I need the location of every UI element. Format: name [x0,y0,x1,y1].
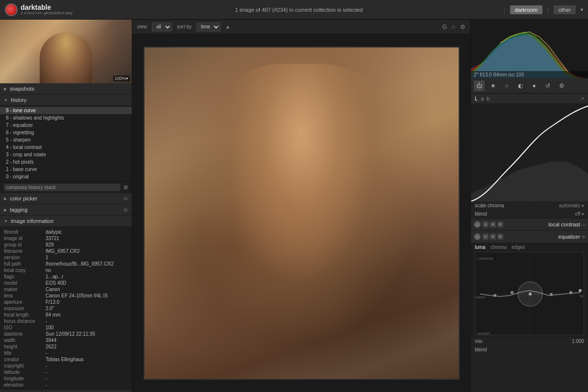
history-item[interactable]: 4 - local contrast [0,144,132,151]
history-item[interactable]: 1 - base curve [0,166,132,173]
view-select[interactable]: all [152,23,172,31]
info-value: Canon EF 24-105mm f/4L IS [46,293,128,298]
view-label: view [137,24,147,29]
image-info-header[interactable]: ▼ image information [0,216,132,227]
star-icon[interactable]: ☆ [451,24,456,30]
history-item[interactable]: 7 - equalizer [0,122,132,129]
compress-icon[interactable]: ⊞ [123,184,128,191]
eq-chart[interactable]: contrasty smooth coarse fine [475,252,584,335]
star-module-icon[interactable]: ★ [488,80,498,91]
history-item[interactable]: 9 - tone curve [0,107,132,114]
info-label: version [4,255,46,260]
equalizer-icon3[interactable]: ⊞ [497,234,503,240]
tone-curve-svg [471,103,588,201]
full-circle-icon[interactable]: ● [529,80,539,91]
history-item[interactable]: 5 - sharpen [0,136,132,144]
eq-footer: mix 1.000 [471,337,588,345]
g-rating-icon[interactable]: G [442,24,447,30]
info-row: focal length84 mm [0,312,132,318]
settings-icon[interactable]: ⚙ [556,80,567,91]
color-picker-section[interactable]: ▶ color picker ⚙ [0,193,132,204]
equalizer-icon2[interactable]: ⊕ [490,234,496,240]
circle-icon[interactable]: ○ [501,80,512,91]
local-contrast-toggle[interactable]: ⏻ [474,221,481,228]
eq-blend-row: blend [471,345,588,354]
curve-tab-a[interactable]: a [481,96,484,101]
curve-tab-b[interactable]: b [487,96,490,101]
info-label: filename [4,248,46,254]
equalizer-icon1[interactable]: ◎ [483,234,489,240]
eq-tab-edges[interactable]: edges [512,245,525,250]
eq-tabs: luma chroma edges [475,245,584,250]
svg-point-20 [569,291,572,294]
local-contrast-icon3[interactable]: ⊞ [497,221,503,227]
local-contrast-icon1[interactable]: ◎ [483,221,489,227]
half-circle-icon[interactable]: ◐ [515,80,526,91]
logo-area: darktable 2.4.0rc2+15~g8c81fd8c6-dirty [5,3,137,16]
sort-direction-arrow[interactable]: ▲ [225,24,230,29]
local-contrast-header-icons: ◎ ⊕ ⊞ [483,221,503,227]
tagging-section[interactable]: ▶ tagging ⚙ [0,204,132,216]
refresh-icon[interactable]: ↺ [542,80,553,91]
info-value: - [46,382,128,388]
equalizer-module: ⏻ ◎ ⊕ ⊞ equalizer ≡ luma chroma edges [471,230,588,354]
history-item[interactable]: 8 - shadows and highlights [0,114,132,122]
equalizer-header[interactable]: ⏻ ◎ ⊕ ⊞ equalizer ≡ [471,231,588,243]
darkroom-mode-button[interactable]: darkroom [510,5,542,14]
other-mode-button[interactable]: other [554,5,576,14]
blend-dropdown[interactable]: ▾ [582,212,584,217]
gear-icon[interactable]: ⚙ [460,24,466,30]
blend-value[interactable]: off ▾ [575,211,584,217]
info-label: height [4,344,46,349]
info-label: title [4,350,46,356]
eq-tab-chroma[interactable]: chroma [490,245,507,250]
info-label: latitude [4,369,46,375]
image-info-label: image information [11,218,128,224]
local-contrast-end: ○ [582,222,585,227]
mode-dropdown-arrow[interactable]: ▾ [581,7,583,12]
local-contrast-circle[interactable]: ○ [582,222,585,227]
equalizer-toggle[interactable]: ⏻ [474,233,481,240]
curve-tab-L[interactable]: L [475,96,478,101]
mask-manager-section[interactable]: ▶ mask manager [0,390,132,392]
sort-select[interactable]: time [196,23,220,31]
info-value: IMG_6957.CR2 [46,248,128,254]
svg-text:fine: fine [580,294,584,298]
tagging-label: tagging [10,207,123,213]
info-value: no [46,268,128,273]
info-value: - [46,318,128,324]
info-row: version1 [0,254,132,261]
info-value: - [46,363,128,368]
snapshots-section[interactable]: ▶ snapshots [0,83,132,95]
info-row: lensCanon EF 24-105mm f/4L IS [0,293,132,299]
local-contrast-header[interactable]: ⏻ ◎ ⊕ ⊞ local contrast ○ [471,219,588,230]
history-item[interactable]: 6 - vignetting [0,129,132,136]
history-header[interactable]: ▼ history [0,95,132,106]
history-item[interactable]: 2 - hot pixels [0,158,132,166]
local-contrast-icon2[interactable]: ⊕ [490,221,496,227]
scale-chroma-dropdown[interactable]: ▾ [582,203,584,208]
info-value: 3944 [46,338,128,343]
history-item[interactable]: 0 - original [0,173,132,180]
history-arrow: ▼ [4,98,8,102]
snapshots-label: snapshots [10,86,128,92]
color-picker-gear[interactable]: ⚙ [123,196,128,201]
compress-history-button[interactable]: compress history stack [4,184,121,191]
svg-point-17 [493,294,496,297]
info-value: - [46,376,128,381]
tone-curve-canvas[interactable] [471,103,588,201]
zoom-indicator[interactable]: 100%▾ [113,75,130,81]
power-icon[interactable]: ⏻ [474,80,485,91]
histogram-svg [471,20,588,78]
color-picker-label: color picker [10,196,123,201]
scale-chroma-value[interactable]: automatic ▾ [559,203,584,208]
equalizer-end-icon[interactable]: ≡ [582,234,585,240]
tagging-gear[interactable]: ⚙ [123,207,128,213]
info-label: model [4,280,46,286]
eq-tab-luma[interactable]: luma [475,245,486,250]
curve-expand-icon[interactable]: ↗ [580,96,584,101]
info-row: makerCanon [0,286,132,293]
history-item[interactable]: 3 - crop and rotate [0,151,132,158]
info-row: height2622 [0,343,132,350]
thumbnail-area: 100%▾ [0,20,132,83]
